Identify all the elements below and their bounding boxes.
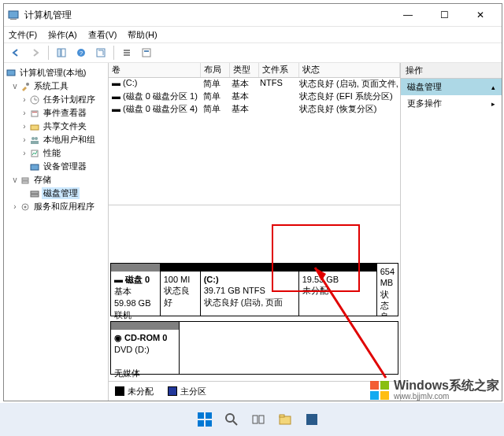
- cdrom-row[interactable]: ◉ CD-ROM 0 DVD (D:) 无媒体: [110, 321, 398, 375]
- partition-c[interactable]: (C:)39.71 GB NTFS状态良好 (启动, 页面: [201, 264, 299, 316]
- volume-row[interactable]: ▬ (磁盘 0 磁盘分区 4) 简单 基本 状态良好 (恢复分区): [109, 103, 400, 116]
- scope-button[interactable]: [53, 44, 70, 61]
- tree-eventvwr[interactable]: 事件查看器: [42, 107, 88, 119]
- explorer-button[interactable]: [274, 408, 296, 430]
- expand-icon[interactable]: ›: [20, 122, 29, 131]
- actions-more[interactable]: 更多操作▸: [401, 95, 502, 112]
- volume-list[interactable]: 卷 布局 类型 文件系统 状态 ▬ (C:) 简单 基本 NTFS 状态良好 (…: [109, 63, 400, 205]
- svg-rect-7: [143, 49, 150, 57]
- svg-rect-1: [10, 19, 17, 20]
- forward-button[interactable]: [27, 44, 44, 61]
- col-status[interactable]: 状态: [299, 63, 400, 77]
- svg-point-25: [24, 205, 27, 208]
- svg-rect-39: [259, 416, 264, 423]
- partition-efi[interactable]: 100 MI状态良好: [161, 264, 201, 316]
- properties-button[interactable]: [138, 44, 155, 61]
- devmgr-icon: [29, 161, 40, 172]
- tree-devmgr[interactable]: 设备管理器: [42, 161, 88, 172]
- svg-rect-34: [198, 420, 204, 427]
- maximize-button[interactable]: ☐: [426, 4, 462, 26]
- menubar: 文件(F) 操作(A) 查看(V) 帮助(H): [4, 27, 502, 43]
- toolbar: ?: [4, 43, 502, 63]
- volume-icon: ▬: [112, 104, 123, 113]
- svg-point-10: [26, 83, 29, 86]
- svg-rect-14: [31, 125, 39, 130]
- actions-diskmgmt[interactable]: 磁盘管理▴: [401, 79, 502, 95]
- search-button[interactable]: [220, 408, 243, 430]
- expand-icon[interactable]: ›: [20, 135, 29, 144]
- menu-help[interactable]: 帮助(H): [128, 29, 157, 41]
- services-icon: [20, 201, 31, 212]
- tree-perf[interactable]: 性能: [42, 147, 62, 159]
- taskview-button[interactable]: [247, 408, 269, 430]
- expand-icon[interactable]: ›: [20, 149, 29, 157]
- refresh-button[interactable]: [92, 44, 109, 61]
- svg-rect-19: [31, 164, 39, 170]
- svg-point-36: [226, 414, 234, 422]
- pinned-app-button[interactable]: [301, 408, 323, 430]
- tools-icon: [20, 81, 31, 92]
- titlebar[interactable]: 计算机管理 — ☐ ✕: [4, 4, 502, 27]
- help-button[interactable]: ?: [72, 44, 90, 61]
- col-volume[interactable]: 卷: [109, 63, 201, 77]
- svg-rect-41: [280, 415, 284, 417]
- svg-rect-2: [57, 49, 61, 57]
- computer-management-window: 计算机管理 — ☐ ✕ 文件(F) 操作(A) 查看(V) 帮助(H) ? 计算…: [3, 3, 502, 401]
- svg-rect-32: [198, 412, 204, 419]
- eventvwr-icon: [29, 108, 40, 119]
- volume-row[interactable]: ▬ (C:) 简单 基本 NTFS 状态良好 (启动, 页面文件, 故障转储, …: [109, 78, 400, 91]
- svg-rect-8: [144, 50, 149, 52]
- col-type[interactable]: 类型: [230, 63, 259, 77]
- action-button[interactable]: [118, 44, 135, 61]
- svg-rect-21: [22, 181, 28, 183]
- disk-0-info[interactable]: ▬ 磁盘 0 基本 59.98 GB 联机: [111, 264, 161, 316]
- back-button[interactable]: [7, 44, 24, 61]
- col-layout[interactable]: 布局: [201, 63, 230, 77]
- volume-row[interactable]: ▬ (磁盘 0 磁盘分区 1) 简单 基本 状态良好 (EFI 系统分区): [109, 91, 400, 103]
- svg-rect-42: [306, 414, 317, 425]
- content-pane: 卷 布局 类型 文件系统 状态 ▬ (C:) 简单 基本 NTFS 状态良好 (…: [109, 63, 401, 401]
- app-icon: [7, 9, 20, 21]
- col-fs[interactable]: 文件系统: [259, 63, 299, 77]
- menu-view[interactable]: 查看(V): [88, 29, 117, 41]
- diskmgmt-icon: [29, 188, 40, 199]
- expand-icon[interactable]: v: [10, 176, 20, 184]
- expand-icon[interactable]: ›: [20, 95, 29, 104]
- expand-icon[interactable]: ›: [10, 202, 20, 211]
- minimize-button[interactable]: —: [390, 4, 426, 26]
- tree-diskmgmt[interactable]: 磁盘管理: [42, 187, 80, 199]
- menu-file[interactable]: 文件(F): [9, 29, 37, 41]
- svg-rect-0: [9, 11, 18, 18]
- start-button[interactable]: [194, 408, 216, 430]
- tree-users[interactable]: 本地用户和组: [42, 134, 97, 146]
- tree-services[interactable]: 服务和应用程序: [32, 201, 96, 212]
- svg-rect-9: [7, 70, 15, 76]
- taskbar[interactable]: [0, 403, 504, 436]
- expand-icon[interactable]: v: [10, 82, 20, 91]
- svg-rect-17: [31, 141, 39, 144]
- svg-text:?: ?: [80, 50, 83, 57]
- tree-storage[interactable]: 存储: [32, 174, 53, 186]
- legend-swatch-primary: [168, 386, 177, 396]
- nav-tree[interactable]: 计算机管理(本地) v系统工具 ›任务计划程序 ›事件查看器 ›共享文件夹 ›本…: [4, 63, 109, 401]
- chevron-up-icon: ▴: [491, 83, 495, 91]
- cdrom-info[interactable]: ◉ CD-ROM 0 DVD (D:) 无媒体: [111, 322, 180, 374]
- tree-shared[interactable]: 共享文件夹: [42, 120, 88, 132]
- partition-unallocated[interactable]: 19.53 GB未分配: [299, 264, 377, 316]
- disk-graphical-view: ▬ 磁盘 0 基本 59.98 GB 联机 100 MI状态良好 (C:)39.…: [109, 261, 400, 381]
- chevron-right-icon: ▸: [491, 100, 495, 108]
- shared-icon: [29, 121, 40, 132]
- tree-root[interactable]: 计算机管理(本地): [18, 67, 87, 79]
- expand-icon[interactable]: ›: [20, 109, 29, 117]
- partition-recovery[interactable]: 654 MB状态良好 (恢: [377, 264, 398, 316]
- svg-line-37: [233, 421, 237, 425]
- menu-action[interactable]: 操作(A): [48, 29, 77, 41]
- users-icon: [29, 135, 40, 146]
- legend-swatch-unalloc: [115, 386, 124, 396]
- volume-icon: ▬: [112, 78, 123, 87]
- disk-0-row[interactable]: ▬ 磁盘 0 基本 59.98 GB 联机 100 MI状态良好 (C:)39.…: [110, 263, 398, 316]
- tree-scheduler[interactable]: 任务计划程序: [42, 94, 97, 105]
- tree-systools[interactable]: 系统工具: [32, 80, 70, 92]
- close-button[interactable]: ✕: [462, 4, 498, 26]
- volume-list-header[interactable]: 卷 布局 类型 文件系统 状态: [109, 63, 400, 78]
